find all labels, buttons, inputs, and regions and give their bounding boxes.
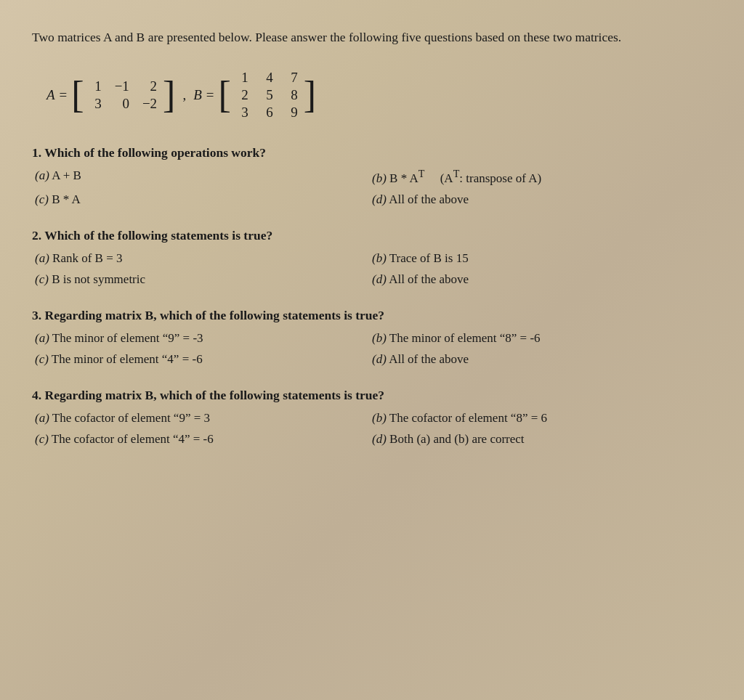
b11: 1 — [237, 70, 248, 86]
q2-option-b: (b) Trace of B is 15 — [372, 249, 709, 268]
q3-number: 3. — [32, 308, 45, 322]
q3-option-d: (d) All of the above — [372, 350, 709, 369]
q1-option-c: (c) B * A — [35, 190, 372, 209]
q4-option-c: (c) The cofactor of element “4” = -6 — [35, 430, 372, 449]
question-2-title: 2. Which of the following statements is … — [32, 228, 709, 243]
q4-d-label: (d) — [372, 432, 387, 446]
q1-option-a: (a) A + B — [35, 166, 372, 187]
matrix-a-content: 1 −1 2 3 0 −2 — [84, 76, 163, 115]
matrix-a-wrapper: [ 1 −1 2 3 0 −2 ] — [71, 76, 175, 115]
intro-text: Two matrices A and B are presented below… — [32, 28, 709, 46]
matrix-section: A = [ 1 −1 2 3 0 −2 ] , — [46, 67, 709, 123]
q1-d-label: (d) — [372, 192, 387, 206]
q2-b-label: (b) — [372, 251, 387, 265]
bracket-right-a: ] — [163, 76, 175, 114]
b13: 7 — [286, 70, 298, 86]
q1-c-label: (c) — [35, 192, 49, 206]
question-1-title: 1. Which of the following operations wor… — [32, 145, 709, 160]
question-2: 2. Which of the following statements is … — [32, 228, 709, 289]
q1-option-d: (d) All of the above — [372, 190, 709, 209]
matrix-b-equals: = — [206, 87, 214, 103]
q4-text: Regarding matrix B, which of the followi… — [45, 388, 385, 402]
matrix-a-eq: A = [ 1 −1 2 3 0 −2 ] — [46, 76, 175, 115]
question-1: 1. Which of the following operations wor… — [32, 145, 709, 209]
q4-b-label: (b) — [372, 411, 387, 425]
matrix-b-eq: B = [ 1 4 7 2 5 8 3 6 9 ] — [193, 67, 316, 123]
q4-number: 4. — [32, 388, 45, 402]
q2-c-label: (c) — [35, 272, 49, 286]
b21: 2 — [237, 87, 248, 103]
question-4: 4. Regarding matrix B, which of the foll… — [32, 388, 709, 449]
q3-option-b: (b) The minor of element “8” = -6 — [372, 329, 709, 348]
question-3: 3. Regarding matrix B, which of the foll… — [32, 308, 709, 369]
q1-option-b: (b) B * AT (AT: transpose of A) — [372, 166, 709, 187]
q1-b-label: (b) — [372, 171, 387, 185]
b23: 8 — [286, 87, 298, 103]
q2-option-c: (c) B is not symmetric — [35, 270, 372, 289]
a22: 0 — [115, 96, 129, 112]
q4-c-label: (c) — [35, 432, 49, 446]
q2-option-a: (a) Rank of B = 3 — [35, 249, 372, 268]
q4-option-a: (a) The cofactor of element “9” = 3 — [35, 409, 372, 428]
q2-a-label: (a) — [35, 251, 49, 265]
q3-options: (a) The minor of element “9” = -3 (b) Th… — [35, 329, 709, 369]
q2-d-label: (d) — [372, 272, 387, 286]
bracket-left-a: [ — [71, 76, 84, 114]
q4-option-b: (b) The cofactor of element “8” = 6 — [372, 409, 709, 428]
bracket-left-b: [ — [219, 76, 231, 114]
q2-option-d: (d) All of the above — [372, 270, 709, 289]
matrix-display: A = [ 1 −1 2 3 0 −2 ] , — [46, 67, 709, 123]
matrix-b-content: 1 4 7 2 5 8 3 6 9 — [231, 67, 304, 123]
q1-text: Which of the following operations work? — [44, 145, 266, 160]
q1-b-sup: T — [418, 168, 425, 179]
a13: 2 — [142, 78, 157, 94]
q2-number: 2. — [32, 228, 44, 243]
q1-b-note: (AT: transpose of A) — [440, 171, 541, 185]
a21: 3 — [90, 96, 102, 112]
q1-a-label: (a) — [35, 168, 49, 182]
b33: 9 — [286, 105, 298, 121]
matrix-b-wrapper: [ 1 4 7 2 5 8 3 6 9 ] — [219, 67, 317, 123]
q3-option-c: (c) The minor of element “4” = -6 — [35, 350, 372, 369]
comma-separator: , — [182, 87, 186, 103]
question-4-title: 4. Regarding matrix B, which of the foll… — [32, 388, 709, 403]
q3-text: Regarding matrix B, which of the followi… — [45, 308, 385, 322]
a23: −2 — [142, 96, 157, 112]
bracket-right-b: ] — [304, 76, 316, 114]
q3-a-label: (a) — [35, 331, 49, 345]
b32: 6 — [262, 105, 273, 121]
matrix-a-equals: = — [60, 87, 68, 103]
q4-a-label: (a) — [35, 411, 49, 425]
b12: 4 — [262, 70, 273, 86]
b22: 5 — [262, 87, 273, 103]
q4-option-d: (d) Both (a) and (b) are correct — [372, 430, 709, 449]
matrix-b-label: B — [193, 87, 202, 103]
q1-number: 1. — [32, 145, 44, 160]
q3-d-label: (d) — [372, 352, 387, 366]
q3-c-label: (c) — [35, 352, 49, 366]
question-3-title: 3. Regarding matrix B, which of the foll… — [32, 308, 709, 323]
q4-options: (a) The cofactor of element “9” = 3 (b) … — [35, 409, 709, 449]
page: Two matrices A and B are presented below… — [0, 0, 744, 700]
b31: 3 — [237, 105, 248, 121]
q2-options: (a) Rank of B = 3 (b) Trace of B is 15 (… — [35, 249, 709, 289]
q3-option-a: (a) The minor of element “9” = -3 — [35, 329, 372, 348]
matrix-a-label: A — [46, 87, 55, 103]
q2-text: Which of the following statements is tru… — [44, 228, 272, 243]
q3-b-label: (b) — [372, 331, 387, 345]
a11: 1 — [90, 78, 102, 94]
q1-options: (a) A + B (b) B * AT (AT: transpose of A… — [35, 166, 709, 209]
a12: −1 — [115, 78, 129, 94]
